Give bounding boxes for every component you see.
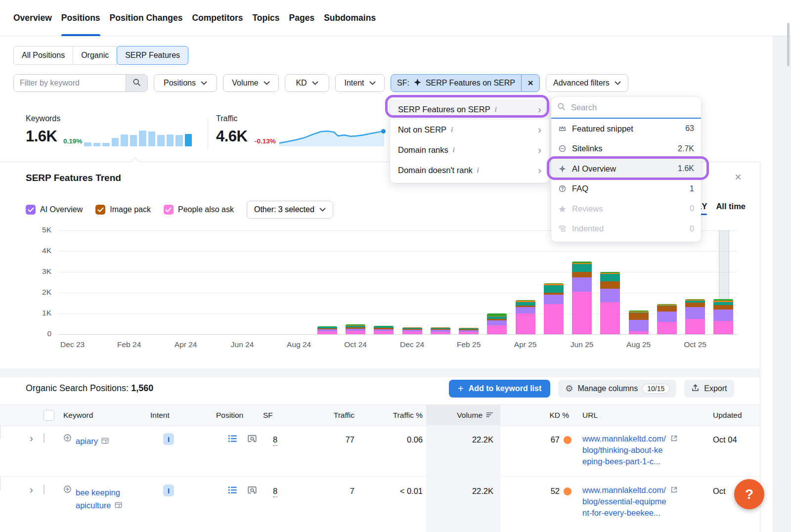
nav-tab-competitors[interactable]: Competitors bbox=[192, 0, 243, 36]
menu-item-not-on-serp[interactable]: Not on SERPi› bbox=[390, 120, 549, 140]
nav-tab-pages[interactable]: Pages bbox=[289, 0, 315, 36]
position-list-icon[interactable] bbox=[227, 434, 237, 445]
legend-label: People also ask bbox=[178, 205, 234, 214]
url-link[interactable]: www.mannlakeltd.com/blog/thinking-about-… bbox=[582, 433, 687, 467]
table-count: 1,560 bbox=[131, 383, 153, 393]
row-checkbox[interactable] bbox=[44, 485, 44, 494]
submenu-item-featured-snippet[interactable]: Featured snippet63 bbox=[551, 119, 701, 139]
stacked-bar-sep-24[interactable] bbox=[317, 326, 337, 334]
nav-tab-topics[interactable]: Topics bbox=[252, 0, 279, 36]
menu-item-domain-doesn-t-rank[interactable]: Domain doesn't ranki› bbox=[390, 160, 549, 180]
bar-segment bbox=[600, 274, 620, 281]
keywords-mini-bar bbox=[112, 138, 119, 146]
nav-tab-overview[interactable]: Overview bbox=[13, 0, 52, 36]
sf-page-search-icon[interactable] bbox=[247, 485, 257, 497]
add-keyword-icon[interactable] bbox=[63, 434, 72, 444]
stacked-bar-feb-25[interactable] bbox=[459, 328, 479, 334]
stacked-bar-nov-24[interactable] bbox=[374, 326, 394, 334]
submenu-scrollbar[interactable] bbox=[787, 23, 790, 66]
filter-dropdown-intent[interactable]: Intent bbox=[335, 74, 385, 92]
stacked-bar-may-25[interactable] bbox=[544, 283, 564, 334]
col-keyword[interactable]: Keyword bbox=[63, 405, 93, 426]
sf-divider bbox=[0, 477, 0, 490]
time-range-all-time[interactable]: All time bbox=[716, 202, 746, 215]
col-intent[interactable]: Intent bbox=[150, 405, 170, 426]
url-link[interactable]: www.mannlakeltd.com/blog/essential-equip… bbox=[582, 485, 687, 518]
add-to-keyword-list-button[interactable]: + Add to keyword list bbox=[449, 380, 550, 398]
keyword-filter-input[interactable] bbox=[14, 75, 126, 91]
stacked-bar-jul-25[interactable] bbox=[600, 272, 620, 334]
checkbox-icon bbox=[95, 205, 105, 215]
submenu-item-faq[interactable]: FAQ1 bbox=[551, 179, 701, 199]
position-list-icon[interactable] bbox=[227, 485, 237, 497]
submenu-item-ai-overview[interactable]: AI Overview1.6K bbox=[551, 159, 701, 179]
stacked-bar-sep-25[interactable] bbox=[657, 304, 677, 334]
other-features-dropdown[interactable]: Other: 3 selected bbox=[247, 201, 333, 219]
legend-checkbox-ai-overview[interactable]: AI Overview bbox=[26, 205, 83, 215]
external-link-icon[interactable] bbox=[670, 487, 678, 495]
manage-columns-button[interactable]: ⚙ Manage columns 10/15 bbox=[558, 380, 676, 398]
stacked-bar-oct-25[interactable] bbox=[685, 299, 705, 334]
advanced-filters-button[interactable]: Advanced filters bbox=[546, 74, 628, 92]
stacked-bar-apr-25[interactable] bbox=[516, 300, 535, 334]
expand-row-chevron[interactable]: › bbox=[30, 484, 33, 495]
segment-organic[interactable]: Organic bbox=[73, 46, 117, 65]
keyword-link[interactable]: bee keeping apiculture bbox=[76, 487, 136, 512]
serp-snapshot-icon[interactable] bbox=[101, 438, 109, 446]
close-icon[interactable]: × bbox=[735, 171, 742, 183]
col-traffic[interactable]: Traffic bbox=[307, 405, 354, 426]
submenu-search-input[interactable] bbox=[570, 102, 695, 113]
table-row: ›bee keeping apicultureI87< 0.0122.2K52w… bbox=[0, 477, 760, 532]
legend-checkbox-people-also-ask[interactable]: People also ask bbox=[164, 205, 234, 215]
sf-count-link[interactable]: 8 bbox=[273, 487, 277, 497]
filter-dropdown-volume[interactable]: Volume bbox=[223, 74, 279, 92]
stacked-bar-mar-25[interactable] bbox=[487, 313, 507, 334]
keyword-filter bbox=[13, 74, 148, 92]
stats-divider bbox=[208, 119, 208, 149]
gridline bbox=[58, 251, 738, 252]
sf-count-link[interactable]: 8 bbox=[273, 435, 277, 446]
col-sf[interactable]: SF bbox=[263, 405, 273, 426]
x-tick-label: Feb 24 bbox=[117, 340, 141, 349]
add-keyword-icon[interactable] bbox=[63, 485, 72, 495]
export-button[interactable]: Export bbox=[684, 380, 734, 398]
nav-tab-subdomains[interactable]: Subdomains bbox=[324, 0, 376, 36]
stacked-bar-dec-24[interactable] bbox=[402, 327, 422, 334]
sf-page-search-icon[interactable] bbox=[247, 434, 257, 445]
col-kd[interactable]: KD % bbox=[509, 405, 569, 426]
menu-item-serp-features-on-serp[interactable]: SERP Features on SERPi› bbox=[390, 99, 549, 120]
bar-segment bbox=[629, 313, 649, 320]
menu-item-domain-ranks[interactable]: Domain ranksi› bbox=[390, 140, 549, 160]
filter-dropdown-positions[interactable]: Positions bbox=[154, 74, 217, 92]
x-tick-label: Jun 25 bbox=[571, 340, 594, 349]
sitelinks-icon bbox=[558, 144, 567, 153]
serp-snapshot-icon[interactable] bbox=[114, 502, 123, 511]
col-updated[interactable]: Updated bbox=[713, 405, 742, 426]
filter-dropdown-kd[interactable]: KD bbox=[285, 74, 329, 92]
external-link-icon[interactable] bbox=[670, 435, 678, 444]
bar-segment bbox=[572, 264, 592, 272]
nav-tab-positions[interactable]: Positions bbox=[61, 0, 100, 36]
remove-sf-filter-button[interactable]: × bbox=[521, 75, 539, 91]
help-button[interactable]: ? bbox=[734, 479, 764, 509]
nav-tab-position-changes[interactable]: Position Changes bbox=[110, 0, 183, 36]
keyword-link[interactable]: apiary bbox=[76, 435, 136, 448]
submenu-item-sitelinks[interactable]: Sitelinks2.7K bbox=[551, 139, 701, 159]
col-position[interactable]: Position bbox=[216, 405, 243, 426]
expand-row-chevron[interactable]: › bbox=[30, 432, 33, 444]
stacked-bar-oct-24[interactable] bbox=[346, 324, 365, 334]
legend-checkbox-image-pack[interactable]: Image pack bbox=[95, 205, 151, 215]
keyword-search-button[interactable] bbox=[126, 75, 147, 91]
stacked-bar-jan-25[interactable] bbox=[431, 327, 450, 334]
col-volume[interactable]: Volume bbox=[426, 405, 500, 426]
segment-serp-features[interactable]: SERP Features bbox=[117, 46, 188, 65]
row-checkbox[interactable] bbox=[44, 433, 44, 443]
stacked-bar-jun-25[interactable] bbox=[572, 262, 592, 334]
segment-all-positions[interactable]: All Positions bbox=[13, 46, 73, 65]
col-traffic-pct[interactable]: Traffic % bbox=[368, 405, 423, 426]
select-all-checkbox[interactable] bbox=[44, 410, 54, 421]
stacked-bar-nov-25[interactable] bbox=[713, 299, 733, 334]
sf-filter-chip[interactable]: SF: SERP Features on SERP × bbox=[391, 74, 540, 92]
stacked-bar-aug-25[interactable] bbox=[629, 310, 649, 334]
col-url[interactable]: URL bbox=[582, 405, 598, 426]
